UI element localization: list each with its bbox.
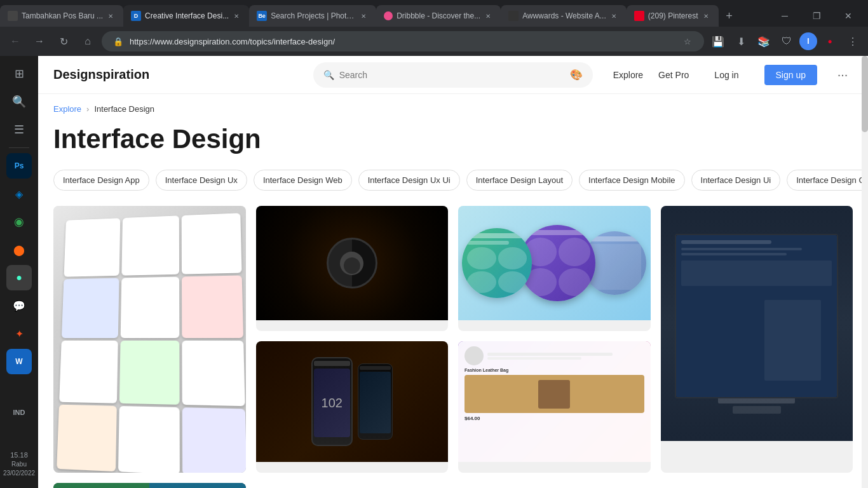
windows-icon[interactable]: ⊞ bbox=[6, 61, 32, 86]
tag-ux[interactable]: Interface Design Ux bbox=[156, 170, 247, 191]
tab5-close[interactable]: ✕ bbox=[609, 11, 619, 21]
image-card-3[interactable] bbox=[458, 206, 651, 331]
maximize-button[interactable]: ❐ bbox=[802, 5, 831, 27]
time-display: 15.18 bbox=[3, 451, 35, 460]
window-controls: ─ ❐ ✕ bbox=[770, 5, 868, 27]
tab3-label: Search Projects | Photo... bbox=[271, 11, 356, 20]
tab-bar: Tambahkan Pos Baru ... ✕ D Creative Inte… bbox=[0, 0, 868, 27]
figma-icon[interactable]: ✦ bbox=[6, 321, 32, 346]
image-card-4[interactable] bbox=[661, 206, 853, 473]
whatsapp-icon[interactable]: 💬 bbox=[6, 293, 32, 318]
tab2-close[interactable]: ✕ bbox=[231, 11, 241, 21]
signup-button[interactable]: Sign up bbox=[764, 65, 817, 85]
tag-ui[interactable]: Interface Design Ui bbox=[691, 170, 781, 191]
image-card-7[interactable]: SummerHolidays bbox=[53, 483, 246, 488]
image-grid: 102 bbox=[38, 206, 868, 488]
home-button[interactable]: ⌂ bbox=[78, 31, 98, 51]
firefox-icon[interactable]: ⬤ bbox=[6, 237, 32, 262]
tab-6[interactable]: (209) Pinterest ✕ bbox=[627, 5, 719, 27]
tab-3[interactable]: Be Search Projects | Photo... ✕ bbox=[249, 5, 376, 27]
vpn-icon[interactable]: 🛡 bbox=[776, 31, 797, 51]
search-os-icon[interactable]: 🔍 bbox=[6, 89, 32, 114]
login-button[interactable]: Log in bbox=[704, 65, 749, 85]
search-input[interactable] bbox=[339, 70, 565, 80]
download-icon[interactable]: ⬇ bbox=[731, 31, 751, 51]
tab4-close[interactable]: ✕ bbox=[483, 11, 493, 21]
tab-4[interactable]: Dribbble - Discover the... ✕ bbox=[376, 5, 501, 27]
tag-mobile[interactable]: Interface Design Mobile bbox=[579, 170, 685, 191]
photoshop-icon[interactable]: Ps bbox=[6, 153, 32, 179]
address-input[interactable]: 🔒 https://www.designspiration.com/topics… bbox=[102, 31, 704, 51]
explore-link[interactable]: Explore bbox=[613, 70, 643, 80]
minimize-button[interactable]: ─ bbox=[770, 5, 799, 27]
image-card-6[interactable]: Fashion Leather Bag $64.00 bbox=[458, 341, 651, 473]
tab3-close[interactable]: ✕ bbox=[358, 11, 369, 21]
bag-image: Fashion Leather Bag $64.00 bbox=[458, 341, 651, 462]
menu-button[interactable]: ⋮ bbox=[843, 31, 863, 51]
breadcrumb-home[interactable]: Explore bbox=[53, 104, 81, 114]
forward-button[interactable]: → bbox=[29, 31, 50, 51]
tab1-favicon bbox=[8, 11, 18, 21]
word-icon[interactable]: W bbox=[6, 349, 32, 374]
extension-icon[interactable]: ● bbox=[820, 31, 840, 51]
chrome-icon[interactable]: ◉ bbox=[6, 209, 32, 234]
address-bar: ← → ↻ ⌂ 🔒 https://www.designspiration.co… bbox=[0, 27, 868, 56]
tab4-label: Dribbble - Discover the... bbox=[397, 11, 480, 20]
tab2-label: Creative Interface Desi... bbox=[145, 11, 229, 20]
image-card-5[interactable]: 102 bbox=[256, 341, 449, 473]
tab-1[interactable]: Tambahkan Pos Baru ... ✕ bbox=[0, 5, 123, 27]
search-icon: 🔍 bbox=[323, 70, 334, 80]
back-button[interactable]: ← bbox=[5, 31, 25, 51]
taskview-icon[interactable]: ☰ bbox=[6, 117, 32, 142]
browser-chrome: Tambahkan Pos Baru ... ✕ D Creative Inte… bbox=[0, 0, 868, 56]
breadcrumb: Explore › Interface Design bbox=[38, 94, 868, 119]
new-tab-button[interactable]: + bbox=[719, 5, 740, 27]
page-title: Interface Design bbox=[38, 119, 868, 170]
getpro-link[interactable]: Get Pro bbox=[658, 70, 689, 80]
tab1-label: Tambahkan Pos Baru ... bbox=[22, 11, 103, 20]
os-sidebar: ⊞ 🔍 ☰ Ps ◈ ◉ ⬤ ● 💬 ✦ W IND 15.18 Rabu 23… bbox=[0, 56, 38, 488]
refresh-button[interactable]: ↻ bbox=[53, 31, 74, 51]
tag-web[interactable]: Interface Design Web bbox=[254, 170, 352, 191]
tab6-favicon bbox=[634, 11, 644, 21]
tag-grid[interactable]: Interface Design Grid bbox=[787, 170, 868, 191]
tag-app[interactable]: Interface Design App bbox=[53, 170, 149, 191]
tag-uxui[interactable]: Interface Design Ux Ui bbox=[358, 170, 460, 191]
more-options-button[interactable]: ··· bbox=[832, 65, 853, 85]
search-bar[interactable]: 🔍 🎨 bbox=[313, 62, 593, 88]
vscode-icon[interactable]: ◈ bbox=[6, 181, 32, 207]
breadcrumb-current: Interface Design bbox=[94, 104, 154, 114]
profile-avatar[interactable]: I bbox=[799, 32, 817, 50]
monitor-image bbox=[661, 206, 853, 441]
circles-image bbox=[458, 206, 651, 320]
address-bar-icons: ☆ bbox=[681, 35, 694, 48]
breadcrumb-separator: › bbox=[86, 104, 89, 114]
image-card-1[interactable] bbox=[53, 206, 246, 473]
url-text: https://www.designspiration.com/topics/i… bbox=[130, 37, 676, 46]
tab5-favicon bbox=[508, 11, 519, 21]
tab4-favicon bbox=[384, 11, 393, 20]
scrollbar-thumb[interactable] bbox=[862, 56, 868, 132]
dark-phones-image: 102 bbox=[256, 341, 449, 462]
tab6-label: (209) Pinterest bbox=[648, 11, 698, 20]
tab1-close[interactable]: ✕ bbox=[105, 11, 116, 21]
image-card-2[interactable] bbox=[256, 206, 449, 331]
tab5-label: Awwwards - Website A... bbox=[522, 11, 606, 20]
history-icon[interactable]: 📚 bbox=[754, 31, 774, 51]
tag-layout[interactable]: Interface Design Layout bbox=[466, 170, 573, 191]
tab-5[interactable]: Awwwards - Website A... ✕ bbox=[501, 5, 627, 27]
summer-image: SummerHolidays bbox=[53, 483, 246, 488]
site-logo[interactable]: Designspiration bbox=[53, 67, 149, 82]
date-display: 23/02/2022 bbox=[3, 469, 35, 478]
tab6-close[interactable]: ✕ bbox=[701, 11, 711, 21]
dj-image bbox=[256, 206, 449, 320]
nav-links: Explore Get Pro Log in Sign up ··· bbox=[613, 65, 853, 85]
site-navigation: Designspiration 🔍 🎨 Explore Get Pro Log … bbox=[38, 56, 868, 94]
star-icon[interactable]: ☆ bbox=[681, 35, 694, 48]
tab-2[interactable]: D Creative Interface Desi... ✕ bbox=[123, 5, 249, 27]
pocket-icon[interactable]: 💾 bbox=[708, 31, 728, 51]
firefox2-icon[interactable]: ● bbox=[6, 265, 32, 290]
palette-icon[interactable]: 🎨 bbox=[570, 69, 583, 81]
close-window-button[interactable]: ✕ bbox=[834, 5, 863, 27]
security-icon: 🔒 bbox=[112, 35, 125, 48]
